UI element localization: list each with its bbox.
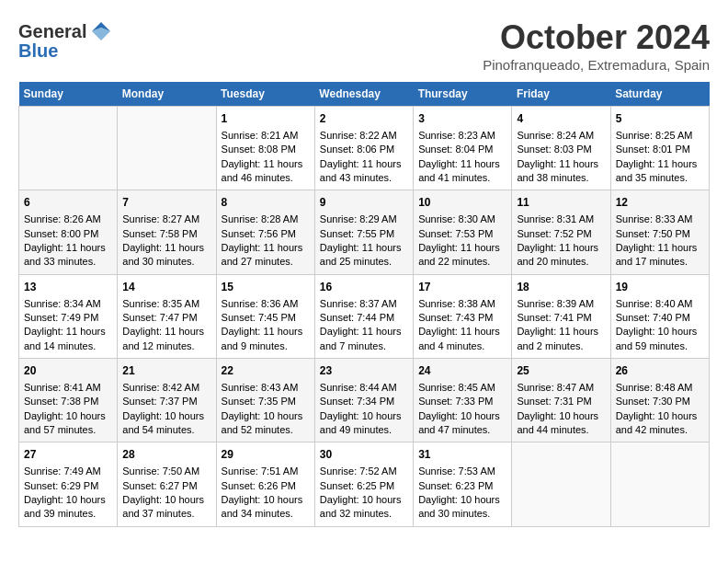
cell-content: Sunrise: 8:41 AMSunset: 7:38 PMDaylight:… bbox=[24, 381, 112, 438]
day-number: 16 bbox=[320, 280, 408, 295]
cell-content: Sunrise: 8:43 AMSunset: 7:35 PMDaylight:… bbox=[222, 381, 310, 438]
calendar-cell: 18Sunrise: 8:39 AMSunset: 7:41 PMDayligh… bbox=[512, 274, 610, 358]
calendar-week-3: 13Sunrise: 8:34 AMSunset: 7:49 PMDayligh… bbox=[19, 274, 710, 358]
calendar-cell: 11Sunrise: 8:31 AMSunset: 7:52 PMDayligh… bbox=[512, 190, 610, 274]
day-number: 28 bbox=[122, 447, 210, 463]
calendar-cell: 17Sunrise: 8:38 AMSunset: 7:43 PMDayligh… bbox=[414, 274, 512, 358]
calendar-cell: 10Sunrise: 8:30 AMSunset: 7:53 PMDayligh… bbox=[414, 190, 512, 274]
day-number: 10 bbox=[418, 195, 506, 211]
cell-content: Sunrise: 8:27 AMSunset: 7:58 PMDaylight:… bbox=[122, 213, 210, 270]
day-number: 27 bbox=[24, 447, 112, 463]
day-number: 26 bbox=[616, 363, 704, 379]
calendar-cell bbox=[118, 107, 216, 190]
day-number: 29 bbox=[222, 447, 310, 463]
location: Pinofranqueado, Extremadura, Spain bbox=[483, 57, 710, 73]
calendar-cell: 24Sunrise: 8:45 AMSunset: 7:33 PMDayligh… bbox=[414, 359, 512, 442]
cell-content: Sunrise: 8:40 AMSunset: 7:40 PMDaylight:… bbox=[616, 297, 704, 354]
cell-content: Sunrise: 8:37 AMSunset: 7:44 PMDaylight:… bbox=[320, 297, 408, 354]
day-number: 20 bbox=[24, 363, 112, 379]
calendar-cell: 5Sunrise: 8:25 AMSunset: 8:01 PMDaylight… bbox=[610, 107, 709, 190]
cell-content: Sunrise: 8:24 AMSunset: 8:03 PMDaylight:… bbox=[517, 129, 605, 186]
day-number: 4 bbox=[517, 111, 605, 127]
day-number: 22 bbox=[222, 363, 310, 379]
calendar-cell: 4Sunrise: 8:24 AMSunset: 8:03 PMDaylight… bbox=[512, 107, 610, 190]
day-number: 1 bbox=[222, 111, 310, 127]
day-number: 9 bbox=[320, 195, 408, 211]
day-number: 30 bbox=[320, 447, 408, 463]
title-block: October 2024 Pinofranqueado, Extremadura… bbox=[483, 18, 710, 73]
calendar-cell: 20Sunrise: 8:41 AMSunset: 7:38 PMDayligh… bbox=[19, 359, 118, 442]
calendar-cell: 15Sunrise: 8:36 AMSunset: 7:45 PMDayligh… bbox=[216, 274, 314, 358]
month-title: October 2024 bbox=[483, 18, 710, 57]
logo-general: General bbox=[18, 21, 86, 42]
cell-content: Sunrise: 8:42 AMSunset: 7:37 PMDaylight:… bbox=[122, 381, 210, 438]
cell-content: Sunrise: 8:22 AMSunset: 8:06 PMDaylight:… bbox=[320, 129, 408, 186]
calendar-cell: 22Sunrise: 8:43 AMSunset: 7:35 PMDayligh… bbox=[216, 359, 314, 442]
day-number: 17 bbox=[418, 280, 506, 295]
cell-content: Sunrise: 7:52 AMSunset: 6:25 PMDaylight:… bbox=[320, 465, 408, 522]
cell-content: Sunrise: 8:34 AMSunset: 7:49 PMDaylight:… bbox=[24, 297, 112, 354]
day-number: 6 bbox=[24, 195, 112, 211]
calendar-cell: 7Sunrise: 8:27 AMSunset: 7:58 PMDaylight… bbox=[118, 190, 216, 274]
cell-content: Sunrise: 8:29 AMSunset: 7:55 PMDaylight:… bbox=[320, 213, 408, 270]
calendar-cell: 14Sunrise: 8:35 AMSunset: 7:47 PMDayligh… bbox=[118, 274, 216, 358]
cell-content: Sunrise: 8:38 AMSunset: 7:43 PMDaylight:… bbox=[418, 297, 506, 354]
cell-content: Sunrise: 8:45 AMSunset: 7:33 PMDaylight:… bbox=[418, 381, 506, 438]
calendar-cell: 1Sunrise: 8:21 AMSunset: 8:08 PMDaylight… bbox=[216, 107, 314, 190]
cell-content: Sunrise: 8:26 AMSunset: 8:00 PMDaylight:… bbox=[24, 213, 112, 270]
calendar-cell bbox=[512, 442, 610, 526]
calendar-cell: 30Sunrise: 7:52 AMSunset: 6:25 PMDayligh… bbox=[314, 442, 413, 526]
logo-icon bbox=[88, 18, 114, 44]
page-header: General Blue October 2024 Pinofranqueado… bbox=[18, 18, 710, 73]
cell-content: Sunrise: 8:30 AMSunset: 7:53 PMDaylight:… bbox=[418, 213, 506, 270]
day-number: 12 bbox=[616, 195, 704, 211]
day-number: 13 bbox=[24, 280, 112, 295]
day-number: 8 bbox=[222, 195, 310, 211]
cell-content: Sunrise: 7:53 AMSunset: 6:23 PMDaylight:… bbox=[418, 465, 506, 522]
weekday-header-sunday: Sunday bbox=[19, 82, 118, 107]
day-number: 2 bbox=[320, 111, 408, 127]
day-number: 14 bbox=[122, 280, 210, 295]
weekday-header-wednesday: Wednesday bbox=[314, 82, 413, 107]
day-number: 23 bbox=[320, 363, 408, 379]
cell-content: Sunrise: 8:44 AMSunset: 7:34 PMDaylight:… bbox=[320, 381, 408, 438]
calendar-cell: 16Sunrise: 8:37 AMSunset: 7:44 PMDayligh… bbox=[314, 274, 413, 358]
day-number: 25 bbox=[517, 363, 605, 379]
calendar-cell: 8Sunrise: 8:28 AMSunset: 7:56 PMDaylight… bbox=[216, 190, 314, 274]
cell-content: Sunrise: 7:49 AMSunset: 6:29 PMDaylight:… bbox=[24, 465, 112, 522]
cell-content: Sunrise: 8:21 AMSunset: 8:08 PMDaylight:… bbox=[222, 129, 310, 186]
calendar-week-1: 1Sunrise: 8:21 AMSunset: 8:08 PMDaylight… bbox=[19, 107, 710, 190]
calendar-cell: 12Sunrise: 8:33 AMSunset: 7:50 PMDayligh… bbox=[610, 190, 709, 274]
cell-content: Sunrise: 8:25 AMSunset: 8:01 PMDaylight:… bbox=[616, 129, 704, 186]
day-number: 19 bbox=[616, 280, 704, 295]
cell-content: Sunrise: 7:51 AMSunset: 6:26 PMDaylight:… bbox=[222, 465, 310, 522]
day-number: 21 bbox=[122, 363, 210, 379]
calendar-cell: 21Sunrise: 8:42 AMSunset: 7:37 PMDayligh… bbox=[118, 359, 216, 442]
day-number: 3 bbox=[418, 111, 506, 127]
calendar-cell: 2Sunrise: 8:22 AMSunset: 8:06 PMDaylight… bbox=[314, 107, 413, 190]
weekday-header-saturday: Saturday bbox=[610, 82, 709, 107]
cell-content: Sunrise: 8:28 AMSunset: 7:56 PMDaylight:… bbox=[222, 213, 310, 270]
weekday-header-friday: Friday bbox=[512, 82, 610, 107]
calendar-cell: 13Sunrise: 8:34 AMSunset: 7:49 PMDayligh… bbox=[19, 274, 118, 358]
calendar-week-2: 6Sunrise: 8:26 AMSunset: 8:00 PMDaylight… bbox=[19, 190, 710, 274]
day-number: 31 bbox=[418, 447, 506, 463]
weekday-header-tuesday: Tuesday bbox=[216, 82, 314, 107]
day-number: 11 bbox=[517, 195, 605, 211]
cell-content: Sunrise: 8:48 AMSunset: 7:30 PMDaylight:… bbox=[616, 381, 704, 438]
calendar-cell: 27Sunrise: 7:49 AMSunset: 6:29 PMDayligh… bbox=[19, 442, 118, 526]
calendar-cell: 19Sunrise: 8:40 AMSunset: 7:40 PMDayligh… bbox=[610, 274, 709, 358]
day-number: 18 bbox=[517, 280, 605, 295]
calendar-cell bbox=[19, 107, 118, 190]
calendar-cell: 23Sunrise: 8:44 AMSunset: 7:34 PMDayligh… bbox=[314, 359, 413, 442]
calendar-cell: 28Sunrise: 7:50 AMSunset: 6:27 PMDayligh… bbox=[118, 442, 216, 526]
calendar-week-5: 27Sunrise: 7:49 AMSunset: 6:29 PMDayligh… bbox=[19, 442, 710, 526]
logo: General Blue bbox=[18, 18, 114, 62]
day-number: 24 bbox=[418, 363, 506, 379]
day-number: 7 bbox=[122, 195, 210, 211]
day-number: 15 bbox=[222, 280, 310, 295]
calendar-cell bbox=[610, 442, 709, 526]
day-number: 5 bbox=[616, 111, 704, 127]
cell-content: Sunrise: 8:36 AMSunset: 7:45 PMDaylight:… bbox=[222, 297, 310, 354]
calendar-cell: 6Sunrise: 8:26 AMSunset: 8:00 PMDaylight… bbox=[19, 190, 118, 274]
